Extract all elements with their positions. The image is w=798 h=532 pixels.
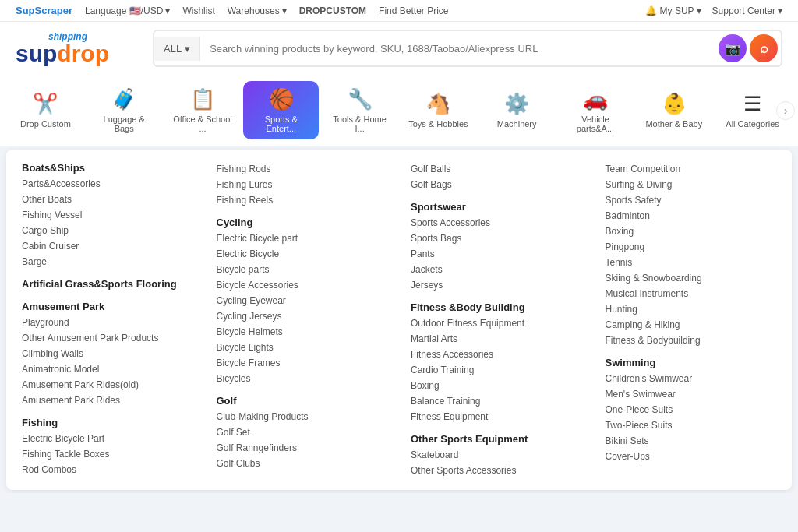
menu-item[interactable]: Fishing Rods: [217, 162, 388, 176]
cat-office[interactable]: 📋 Office & School ...: [165, 81, 241, 139]
category-nav: ✂️ Drop Custom 🧳 Luggage & Bags 📋 Office…: [0, 75, 798, 146]
menu-item[interactable]: Boxing: [411, 379, 582, 393]
menu-item[interactable]: Golf Set: [217, 425, 388, 439]
sports-icon: 🏀: [269, 87, 294, 111]
menu-section-title: Artificial Grass&Sports Flooring: [22, 278, 193, 290]
menu-item[interactable]: Fishing Lures: [217, 178, 388, 192]
menu-section-title: Fishing: [22, 417, 193, 428]
menu-item[interactable]: Golf Balls: [411, 162, 582, 176]
menu-item[interactable]: Sports Safety: [606, 193, 777, 207]
menu-item[interactable]: Fishing Tackle Boxes: [22, 447, 193, 461]
menu-item[interactable]: Skateboard: [411, 448, 582, 462]
menu-item[interactable]: Children's Swimwear: [606, 372, 777, 386]
search-category-selector[interactable]: ALL ▾: [154, 37, 200, 61]
find-price-link[interactable]: Find Better Price: [379, 5, 448, 16]
cat-luggage[interactable]: 🧳 Luggage & Bags: [87, 81, 162, 139]
menu-item[interactable]: Balance Training: [411, 394, 582, 408]
menu-item[interactable]: Fitness Accessories: [411, 347, 582, 361]
wishlist-link[interactable]: Wishlist: [182, 5, 214, 16]
menu-item[interactable]: Team Competition: [606, 162, 777, 176]
menu-item[interactable]: Golf Clubs: [217, 456, 388, 470]
menu-item[interactable]: Pants: [411, 247, 582, 261]
grid-icon: ☰: [743, 92, 761, 116]
menu-item[interactable]: Cabin Cruiser: [22, 239, 193, 253]
menu-column-3: Golf BallsGolf BagsSportswearSports Acce…: [411, 162, 582, 477]
menu-item[interactable]: Sports Bags: [411, 231, 582, 245]
search-input[interactable]: [200, 37, 715, 61]
main-header: shipping sup drop ALL ▾ 📷 ⌕: [0, 22, 798, 75]
menu-item[interactable]: Camping & Hiking: [606, 318, 777, 332]
camera-search-button[interactable]: 📷: [719, 34, 747, 62]
menu-item[interactable]: Men's Swimwear: [606, 387, 777, 401]
cat-machinery[interactable]: ⚙️ Machinery: [479, 86, 555, 135]
menu-item[interactable]: Fitness & Bodybuilding: [606, 333, 777, 347]
menu-item[interactable]: Pingpong: [606, 240, 777, 254]
menu-item[interactable]: Fishing Vessel: [22, 208, 193, 222]
menu-item[interactable]: Amusement Park Rides(old): [22, 378, 193, 392]
search-submit-button[interactable]: ⌕: [750, 34, 778, 62]
menu-item[interactable]: Bicycles: [217, 372, 388, 386]
menu-item[interactable]: Jerseys: [411, 278, 582, 292]
cat-mother-baby[interactable]: 👶 Mother & Baby: [636, 86, 711, 135]
supscraper-link[interactable]: SupScraper: [16, 5, 72, 16]
warehouses-selector[interactable]: Warehouses ▾: [228, 5, 287, 16]
cat-tools[interactable]: 🔧 Tools & Home I...: [322, 81, 397, 139]
menu-item[interactable]: Climbing Walls: [22, 347, 193, 361]
cat-vehicle[interactable]: 🚗 Vehicle parts&A...: [558, 81, 634, 139]
menu-item[interactable]: Animatronic Model: [22, 362, 193, 376]
menu-item[interactable]: Skiing & Snowboarding: [606, 271, 777, 285]
menu-item[interactable]: Fitness Equipment: [411, 410, 582, 424]
menu-item[interactable]: Rod Combos: [22, 463, 193, 477]
menu-item[interactable]: Other Boats: [22, 192, 193, 206]
menu-item[interactable]: Bicycle Frames: [217, 356, 388, 370]
menu-item[interactable]: Martial Arts: [411, 332, 582, 346]
menu-item[interactable]: Golf Ranngefinders: [217, 441, 388, 455]
menu-item[interactable]: Golf Bags: [411, 178, 582, 192]
menu-item[interactable]: Other Amusement Park Products: [22, 331, 193, 345]
menu-item[interactable]: Cycling Eyewear: [217, 294, 388, 308]
menu-item[interactable]: Electric Bicycle part: [217, 231, 388, 245]
dropcustom-link[interactable]: DROPCUSTOM: [299, 5, 366, 16]
menu-item[interactable]: Fishing Reels: [217, 193, 388, 207]
menu-item[interactable]: Cover-Ups: [606, 449, 777, 463]
menu-item[interactable]: Electric Bicycle: [217, 247, 388, 261]
support-center-link[interactable]: Support Center ▾: [712, 5, 782, 16]
menu-item[interactable]: Badminton: [606, 209, 777, 223]
menu-item[interactable]: Bicycle Lights: [217, 340, 388, 354]
menu-item[interactable]: Tennis: [606, 255, 777, 270]
search-icon-group: 📷 ⌕: [715, 31, 781, 65]
language-selector[interactable]: Language 🇺🇸/USD ▾: [85, 5, 170, 16]
menu-item[interactable]: Bikini Sets: [606, 434, 777, 448]
menu-item[interactable]: Bicycle Helmets: [217, 325, 388, 339]
menu-item[interactable]: Cargo Ship: [22, 224, 193, 238]
category-nav-arrow[interactable]: ›: [776, 101, 795, 120]
menu-item[interactable]: Jackets: [411, 262, 582, 277]
menu-item[interactable]: Boxing: [606, 224, 777, 238]
cat-sports[interactable]: 🏀 Sports & Entert...: [243, 81, 319, 139]
tools-icon: 🔧: [348, 87, 373, 111]
menu-item[interactable]: Hunting: [606, 302, 777, 316]
menu-item[interactable]: Club-Making Products: [217, 410, 388, 424]
menu-item[interactable]: Cycling Jerseys: [217, 309, 388, 323]
menu-item[interactable]: Outdoor Fitness Equipment: [411, 316, 582, 330]
cat-toys[interactable]: 🐴 Toys & Hobbies: [401, 86, 476, 135]
menu-item[interactable]: Playground: [22, 315, 193, 329]
menu-item[interactable]: Cardio Training: [411, 363, 582, 377]
menu-item[interactable]: Parts&Accessories: [22, 177, 193, 191]
menu-item[interactable]: Surfing & Diving: [606, 178, 777, 192]
menu-item[interactable]: Amusement Park Rides: [22, 393, 193, 407]
menu-item[interactable]: Two-Piece Suits: [606, 418, 777, 432]
menu-section-title: Fitness &Body Building: [411, 301, 582, 313]
menu-item[interactable]: Barge: [22, 255, 193, 269]
menu-item[interactable]: Musical Instruments: [606, 287, 777, 301]
scissors-icon: ✂️: [33, 92, 58, 116]
menu-item[interactable]: Bicycle Accessories: [217, 278, 388, 292]
menu-item[interactable]: One-Piece Suits: [606, 403, 777, 417]
cat-drop-custom[interactable]: ✂️ Drop Custom: [8, 86, 83, 135]
menu-section-title: Amusement Park: [22, 301, 193, 312]
menu-item[interactable]: Other Sports Accessories: [411, 463, 582, 477]
menu-item[interactable]: Electric Bicycle Part: [22, 432, 193, 446]
my-sup-link[interactable]: 🔔 My SUP ▾: [645, 5, 701, 16]
menu-item[interactable]: Bicycle parts: [217, 262, 388, 277]
menu-item[interactable]: Sports Accessories: [411, 216, 582, 230]
